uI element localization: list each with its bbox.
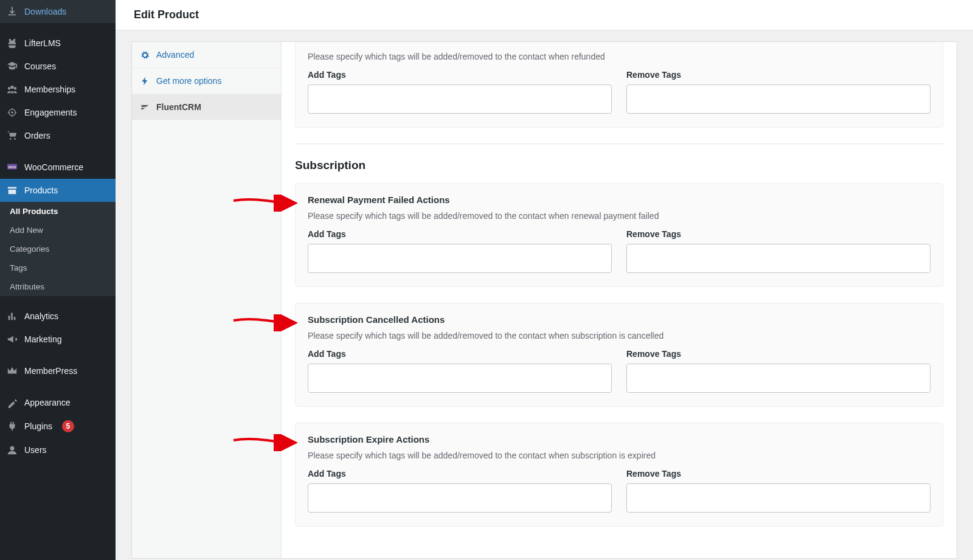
sidebar-item-engagements[interactable]: Engagements xyxy=(0,101,116,124)
wp-admin-sidebar: Downloads LifterLMS Courses Memberships … xyxy=(0,0,116,560)
svg-point-3 xyxy=(14,138,16,140)
users-icon xyxy=(6,444,18,455)
sidebar-label: Marketing xyxy=(24,334,61,344)
product-data-panel: Advanced Get more options FluentCRM Plea… xyxy=(131,41,957,559)
tab-label: FluentCRM xyxy=(156,102,201,112)
engagements-icon xyxy=(6,107,18,118)
plugins-icon xyxy=(6,421,18,432)
sidebar-item-analytics[interactable]: Analytics xyxy=(0,305,116,328)
refunded-add-tags-input[interactable] xyxy=(308,85,612,114)
megaphone-icon xyxy=(6,334,18,345)
remove-tags-label: Remove Tags xyxy=(626,469,930,479)
submenu-categories[interactable]: Categories xyxy=(0,240,116,258)
sidebar-label: Engagements xyxy=(24,108,77,117)
gear-icon xyxy=(140,50,150,60)
add-tags-label: Add Tags xyxy=(308,349,612,359)
refunded-actions-block: Please specify which tags will be added/… xyxy=(295,42,943,128)
svg-point-2 xyxy=(10,138,12,140)
submenu-add-new[interactable]: Add New xyxy=(0,221,116,240)
sidebar-label: Products xyxy=(24,185,58,195)
renewal-failed-title: Renewal Payment Failed Actions xyxy=(308,195,930,205)
renewal-failed-remove-tags-input[interactable] xyxy=(626,244,930,273)
sidebar-item-memberships[interactable]: Memberships xyxy=(0,78,116,101)
submenu-attributes[interactable]: Attributes xyxy=(0,277,116,296)
sidebar-label: Downloads xyxy=(24,7,66,16)
product-data-tabs: Advanced Get more options FluentCRM xyxy=(132,42,282,558)
sub-expire-add-tags-input[interactable] xyxy=(308,483,612,513)
products-icon xyxy=(6,185,18,196)
sidebar-label: Analytics xyxy=(24,311,58,321)
appearance-icon xyxy=(6,397,18,408)
sidebar-label: MemberPress xyxy=(24,366,77,376)
svg-point-1 xyxy=(11,111,13,114)
sidebar-item-memberpress[interactable]: MemberPress xyxy=(0,359,116,382)
sidebar-item-users[interactable]: Users xyxy=(0,438,116,461)
sidebar-item-orders[interactable]: Orders xyxy=(0,124,116,147)
subscription-cancelled-block: Subscription Cancelled Actions Please sp… xyxy=(295,303,943,407)
sidebar-item-marketing[interactable]: Marketing xyxy=(0,328,116,351)
subscription-cancelled-title: Subscription Cancelled Actions xyxy=(308,314,930,325)
sidebar-label: Memberships xyxy=(24,85,75,94)
svg-text:woo: woo xyxy=(8,165,16,169)
renewal-failed-description: Please specify which tags will be added/… xyxy=(308,211,930,221)
refunded-description: Please specify which tags will be added/… xyxy=(308,52,930,61)
sub-expire-remove-tags-input[interactable] xyxy=(626,483,930,513)
sidebar-label: Courses xyxy=(24,61,56,71)
memberpress-icon xyxy=(6,365,18,376)
add-tags-label: Add Tags xyxy=(308,229,612,239)
plugins-update-badge: 5 xyxy=(62,420,74,432)
sidebar-label: Plugins xyxy=(24,421,52,431)
refunded-remove-tags-input[interactable] xyxy=(626,85,930,114)
products-submenu: All Products Add New Categories Tags Att… xyxy=(0,202,116,296)
cart-icon xyxy=(6,130,18,141)
annotation-arrow-icon xyxy=(232,434,299,451)
sidebar-label: Users xyxy=(24,445,47,455)
submenu-all-products[interactable]: All Products xyxy=(0,202,116,221)
sub-cancelled-add-tags-input[interactable] xyxy=(308,364,612,393)
courses-icon xyxy=(6,61,18,72)
renewal-failed-block: Renewal Payment Failed Actions Please sp… xyxy=(295,183,943,287)
sidebar-item-appearance[interactable]: Appearance xyxy=(0,391,116,414)
edit-product-header: Edit Product xyxy=(116,0,973,30)
page-title: Edit Product xyxy=(134,9,955,21)
add-tags-label: Add Tags xyxy=(308,70,612,80)
sidebar-item-lifterlms[interactable]: LifterLMS xyxy=(0,32,116,55)
tab-advanced[interactable]: Advanced xyxy=(132,42,281,68)
tab-fluentcrm[interactable]: FluentCRM xyxy=(132,94,281,120)
sidebar-item-plugins[interactable]: Plugins 5 xyxy=(0,414,116,438)
sidebar-label: WooCommerce xyxy=(24,162,83,172)
sidebar-label: Orders xyxy=(24,131,50,140)
sidebar-item-downloads[interactable]: Downloads xyxy=(0,0,116,23)
fluentcrm-icon xyxy=(140,103,150,112)
sidebar-item-woocommerce[interactable]: woo WooCommerce xyxy=(0,156,116,179)
subscription-heading: Subscription xyxy=(295,159,943,172)
subscription-cancelled-description: Please specify which tags will be added/… xyxy=(308,331,930,340)
remove-tags-label: Remove Tags xyxy=(626,349,930,359)
section-divider xyxy=(295,143,943,144)
sidebar-label: Appearance xyxy=(24,398,71,407)
sub-cancelled-remove-tags-input[interactable] xyxy=(626,364,930,393)
submenu-tags[interactable]: Tags xyxy=(0,258,116,277)
lifterlms-icon xyxy=(6,38,18,49)
svg-point-6 xyxy=(10,446,14,451)
fluentcrm-settings-content: Please specify which tags will be added/… xyxy=(282,42,957,558)
subscription-expire-description: Please specify which tags will be added/… xyxy=(308,451,930,460)
remove-tags-label: Remove Tags xyxy=(626,229,930,239)
subscription-expire-title: Subscription Expire Actions xyxy=(308,434,930,444)
memberships-icon xyxy=(6,84,18,95)
sidebar-item-courses[interactable]: Courses xyxy=(0,55,116,78)
sidebar-item-products[interactable]: Products xyxy=(0,179,116,202)
tab-get-more-options[interactable]: Get more options xyxy=(132,68,281,94)
tab-label: Get more options xyxy=(156,76,221,86)
analytics-icon xyxy=(6,311,18,322)
tab-label: Advanced xyxy=(156,50,194,60)
lightning-icon xyxy=(140,77,150,86)
subscription-expire-block: Subscription Expire Actions Please speci… xyxy=(295,423,943,527)
download-icon xyxy=(6,6,18,17)
annotation-arrow-icon xyxy=(232,314,299,331)
renewal-failed-add-tags-input[interactable] xyxy=(308,244,612,273)
sidebar-label: LifterLMS xyxy=(24,38,61,48)
add-tags-label: Add Tags xyxy=(308,469,612,479)
remove-tags-label: Remove Tags xyxy=(626,70,930,80)
woocommerce-icon: woo xyxy=(6,162,18,173)
